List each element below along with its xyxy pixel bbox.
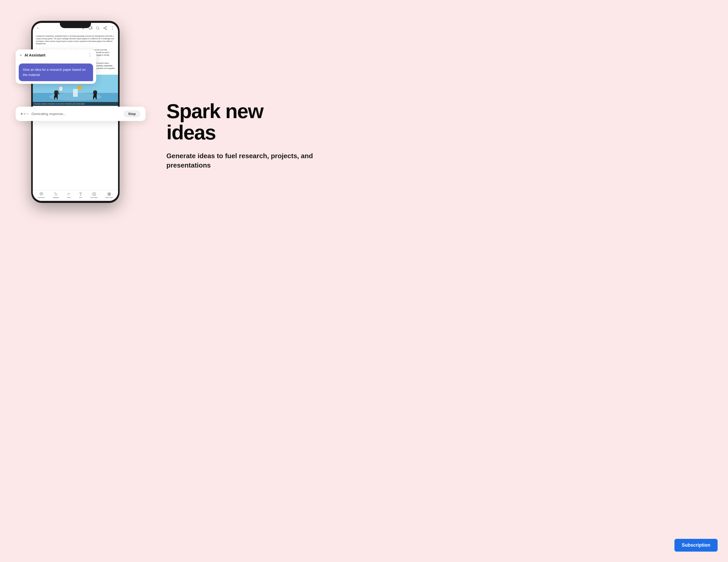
back-arrow-icon[interactable]: ← bbox=[36, 26, 40, 30]
left-section: ← ⋮ Compared to badminton, pickl bbox=[16, 16, 151, 265]
svg-rect-31 bbox=[109, 193, 111, 194]
toolbar-more-tools[interactable]: More tools bbox=[106, 192, 113, 198]
svg-rect-30 bbox=[108, 193, 109, 194]
ai-assistant-title: AI Assistant bbox=[24, 53, 45, 57]
headline-line2: ideas bbox=[166, 121, 216, 144]
phone-notch bbox=[60, 21, 91, 28]
headline-line1: Spark new bbox=[166, 100, 263, 122]
doc-text-top: Compared to badminton, pickleball shares… bbox=[33, 32, 118, 48]
ai-assistant-header: × AI Assistant ⋮ bbox=[16, 49, 96, 61]
svg-rect-33 bbox=[109, 194, 111, 196]
toolbar-highlight[interactable]: Highlight bbox=[53, 192, 59, 198]
phone-bottom-toolbar: Comment Highlight Draw Text Fill & Sign bbox=[33, 190, 118, 201]
svg-rect-10 bbox=[54, 95, 55, 99]
generating-bar-left: Generating response... bbox=[21, 112, 66, 116]
toolbar-fill-sign-label: Fill & Sign bbox=[90, 197, 97, 198]
toolbar-fill-sign[interactable]: Fill & Sign bbox=[90, 192, 97, 198]
toolbar-more-tools-label: More tools bbox=[106, 197, 113, 198]
toolbar-comment[interactable]: Comment bbox=[38, 192, 45, 198]
user-message-text: Give an idea for a research paper based … bbox=[23, 68, 86, 77]
svg-point-2 bbox=[106, 26, 107, 27]
svg-point-1 bbox=[96, 27, 99, 29]
share-icon[interactable] bbox=[103, 26, 107, 30]
ai-assistant-header-left: × AI Assistant bbox=[20, 53, 45, 57]
toolbar-comment-label: Comment bbox=[38, 197, 45, 198]
svg-point-3 bbox=[103, 28, 105, 29]
svg-rect-20 bbox=[96, 95, 97, 99]
right-section: Spark new ideas Generate ideas to fuel r… bbox=[151, 101, 348, 180]
ai-assistant-panel: × AI Assistant ⋮ Give an idea for a rese… bbox=[16, 49, 96, 84]
toolbar-text[interactable]: Text bbox=[79, 192, 82, 198]
highlight-pen-icon bbox=[54, 192, 58, 196]
generating-response-bar: Generating response... Stop bbox=[16, 107, 146, 121]
generating-text: Generating response... bbox=[31, 112, 66, 116]
dot-3 bbox=[27, 113, 28, 115]
main-headline: Spark new ideas bbox=[166, 101, 348, 143]
svg-point-13 bbox=[59, 86, 63, 91]
fill-sign-icon bbox=[92, 192, 96, 196]
svg-rect-19 bbox=[93, 95, 94, 99]
toolbar-draw[interactable]: Draw bbox=[67, 192, 71, 198]
toolbar-highlight-label: Highlight bbox=[53, 197, 59, 198]
user-message-bubble: Give an idea for a research paper based … bbox=[19, 63, 93, 81]
comment-add-icon bbox=[40, 192, 43, 196]
dot-1 bbox=[21, 113, 23, 115]
more-icon[interactable]: ⋮ bbox=[110, 25, 114, 30]
toolbar-draw-label: Draw bbox=[67, 197, 71, 198]
draw-icon bbox=[67, 192, 71, 196]
svg-text:PICKLEBALL UNVEILED: PICKLEBAL: PICKLEBALL UNVEILED: PICKLEBALL'S EVOLUT… bbox=[34, 103, 85, 105]
dot-2 bbox=[24, 113, 25, 115]
more-tools-icon bbox=[107, 192, 111, 196]
sub-headline: Generate ideas to fuel research, project… bbox=[166, 151, 322, 170]
toolbar-text-label: Text bbox=[79, 197, 82, 198]
svg-rect-32 bbox=[108, 194, 109, 196]
text-icon bbox=[79, 192, 82, 196]
ai-close-button[interactable]: × bbox=[20, 53, 22, 57]
stop-button[interactable]: Stop bbox=[123, 110, 140, 117]
search-icon[interactable] bbox=[96, 26, 100, 30]
ai-more-button[interactable]: ⋮ bbox=[88, 53, 92, 57]
svg-point-4 bbox=[106, 29, 107, 30]
svg-rect-11 bbox=[57, 95, 58, 99]
loading-dots bbox=[21, 113, 28, 115]
